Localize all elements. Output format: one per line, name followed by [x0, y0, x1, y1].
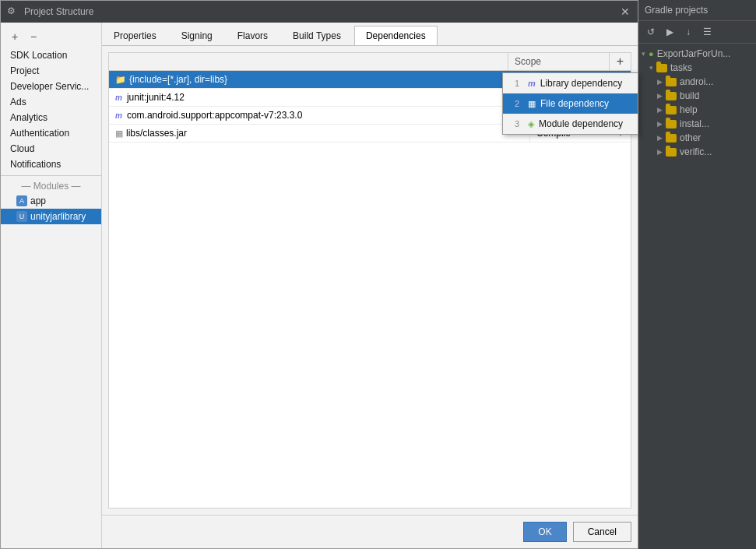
- gradle-root[interactable]: ▾ ● ExportJarForUn...: [638, 47, 756, 61]
- other-folder-icon: [666, 134, 677, 143]
- gradle-header: Gradle projects: [638, 0, 756, 21]
- tab-signing[interactable]: Signing: [170, 26, 224, 45]
- gradle-item-help[interactable]: ▶ help: [638, 103, 756, 117]
- tab-properties[interactable]: Properties: [102, 26, 168, 45]
- verification-folder-icon: [666, 148, 677, 157]
- gradle-item-verification[interactable]: ▶ verific...: [638, 145, 756, 159]
- dep-table-header: Scope +: [108, 52, 631, 70]
- verification-chevron: ▶: [657, 148, 663, 156]
- dropdown-item-module[interactable]: 3 ◈ Module dependency: [503, 114, 638, 134]
- dep-row-3-badge: ▦: [115, 128, 123, 139]
- titlebar: ⚙ Project Structure ✕: [1, 1, 638, 23]
- help-chevron: ▶: [657, 106, 663, 114]
- sidebar-item-sdk-location[interactable]: SDK Location: [1, 48, 101, 63]
- dropdown-item-library[interactable]: 1 m Library dependency: [503, 73, 638, 93]
- dep-add-button[interactable]: +: [609, 53, 631, 70]
- modules-section-label: — Modules —: [1, 175, 101, 193]
- sidebar-item-authentication[interactable]: Authentication: [1, 125, 101, 141]
- bottom-bar: OK Cancel: [102, 515, 638, 548]
- gradle-run-button[interactable]: ▶: [662, 24, 677, 40]
- tab-build-types[interactable]: Build Types: [281, 26, 353, 45]
- sidebar-item-notifications[interactable]: Notifications: [1, 157, 101, 172]
- window-title: Project Structure: [24, 6, 619, 17]
- tasks-chevron: ▾: [649, 64, 653, 72]
- gradle-download-button[interactable]: ↓: [680, 24, 696, 40]
- sidebar-toolbar: + −: [1, 26, 101, 48]
- tasks-folder-icon: [656, 64, 667, 72]
- col-header-scope: Scope: [508, 53, 609, 70]
- install-chevron: ▶: [657, 120, 663, 128]
- col-header-dep: [109, 53, 508, 70]
- ok-button[interactable]: OK: [523, 522, 566, 542]
- dep-row-3-name: ▦ libs/classes.jar: [109, 125, 529, 142]
- dep-row-2-badge: m: [115, 111, 122, 120]
- build-chevron: ▶: [657, 92, 663, 100]
- gradle-panel: Gradle projects ↺ ▶ ↓ ☰ ▾ ● ExportJarFor…: [638, 0, 756, 549]
- gradle-toolbar: ↺ ▶ ↓ ☰: [638, 21, 756, 44]
- other-chevron: ▶: [657, 134, 663, 142]
- dep-row-1-name: m junit:junit:4.12: [109, 89, 529, 106]
- cancel-button[interactable]: Cancel: [573, 522, 631, 542]
- gradle-refresh-button[interactable]: ↺: [643, 24, 659, 40]
- help-folder-icon: [666, 106, 677, 114]
- sidebar-module-unityjarlibrary[interactable]: U unityjarlibrary: [1, 209, 101, 224]
- sidebar-item-project[interactable]: Project: [1, 63, 101, 79]
- module-dep-icon: ◈: [528, 119, 534, 129]
- sidebar-item-developer-services[interactable]: Developer Servic...: [1, 79, 101, 94]
- gradle-item-tasks[interactable]: ▾ tasks: [638, 61, 756, 75]
- root-chevron: ▾: [642, 50, 645, 58]
- dropdown-num-1: 1: [511, 77, 523, 90]
- dep-table-body: 📁 {include=[*.jar], dir=libs} Compile ▼: [108, 70, 631, 509]
- module-icon-unityjarlibrary: U: [16, 211, 27, 222]
- close-button[interactable]: ✕: [619, 5, 631, 18]
- library-dep-icon: m: [528, 79, 536, 88]
- gradle-item-other[interactable]: ▶ other: [638, 131, 756, 145]
- window-icon: ⚙: [7, 5, 19, 18]
- dependency-type-dropdown: 1 m Library dependency 2 ▦ File dependen…: [502, 72, 638, 135]
- sidebar: + − SDK Location Project Developer Servi…: [1, 23, 102, 548]
- sidebar-module-app[interactable]: A app: [1, 193, 101, 209]
- gradle-item-build[interactable]: ▶ build: [638, 89, 756, 103]
- android-chevron: ▶: [657, 78, 663, 86]
- module-icon-app: A: [16, 195, 27, 206]
- gradle-item-android[interactable]: ▶ androi...: [638, 75, 756, 89]
- sidebar-remove-button[interactable]: −: [26, 29, 41, 44]
- build-folder-icon: [666, 92, 677, 100]
- android-folder-icon: [666, 78, 677, 86]
- dropdown-num-2: 2: [511, 97, 523, 110]
- gradle-menu-button[interactable]: ☰: [699, 24, 715, 40]
- sidebar-item-analytics[interactable]: Analytics: [1, 110, 101, 125]
- gradle-tree: ▾ ● ExportJarForUn... ▾ tasks ▶ androi..…: [638, 44, 756, 549]
- dep-row-0-name: 📁 {include=[*.jar], dir=libs}: [109, 71, 529, 88]
- dropdown-num-3: 3: [511, 118, 523, 130]
- gradle-root-icon: ●: [649, 49, 654, 58]
- gradle-item-install[interactable]: ▶ instal...: [638, 117, 756, 131]
- file-dep-icon: ▦: [528, 99, 536, 109]
- sidebar-item-cloud[interactable]: Cloud: [1, 141, 101, 157]
- dep-row-1-badge: m: [115, 93, 122, 102]
- install-folder-icon: [666, 120, 677, 128]
- tabs-bar: Properties Signing Flavors Build Types D…: [102, 23, 638, 46]
- dropdown-item-file[interactable]: 2 ▦ File dependency: [503, 93, 638, 114]
- dep-row-2-name: m com.android.support:appcompat-v7:23.3.…: [109, 107, 529, 124]
- tab-flavors[interactable]: Flavors: [226, 26, 280, 45]
- dep-row-0-icon: 📁: [115, 75, 126, 85]
- sidebar-item-ads[interactable]: Ads: [1, 94, 101, 110]
- tab-dependencies[interactable]: Dependencies: [354, 26, 438, 45]
- sidebar-add-button[interactable]: +: [7, 29, 23, 44]
